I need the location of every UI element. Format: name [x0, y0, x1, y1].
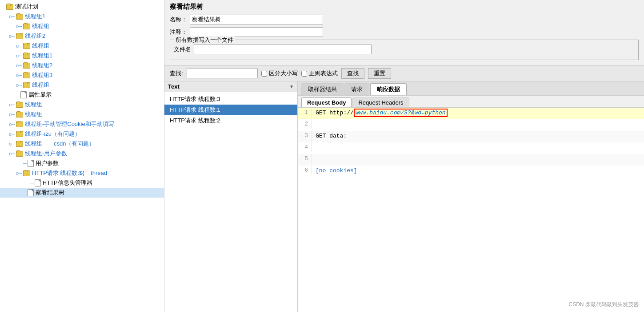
- tree-label: 线程组3: [32, 71, 52, 79]
- file-icon: [28, 189, 34, 196]
- folder-icon: [23, 82, 30, 88]
- tree-label: HTTP请求 线程数:${__thread: [32, 169, 107, 177]
- reset-button[interactable]: 重置: [368, 68, 391, 79]
- tree-label: 线程组1: [32, 52, 52, 60]
- tree-item-tg-cookie[interactable]: o─ 线程组-手动管理Cookie和手动填写: [0, 119, 164, 129]
- tree-item-t3g3[interactable]: o─ 线程组3: [0, 70, 164, 80]
- code-line-4: 4: [298, 142, 644, 154]
- folder-icon: [16, 33, 23, 39]
- tab-request[interactable]: 请求: [344, 83, 369, 95]
- folder-icon: [23, 62, 30, 69]
- line-number: 6: [298, 166, 312, 175]
- line-number: 2: [298, 119, 312, 129]
- no-cookies-text: [no cookies]: [316, 167, 357, 174]
- sub-tab-request-body[interactable]: Request Body: [301, 97, 352, 107]
- tree-item-attr[interactable]: ─ 属性显示: [0, 90, 164, 100]
- url-box: www.baidu.com/S?&wd=python: [354, 109, 448, 117]
- search-input[interactable]: [187, 69, 258, 78]
- tree-item-view-result[interactable]: ─ 察看结果树: [0, 188, 164, 198]
- regex-checkbox[interactable]: [301, 71, 307, 77]
- tree-label: 线程组: [32, 81, 49, 89]
- folder-icon: [23, 53, 30, 59]
- result-item-1[interactable]: HTTP请求 线程数:3: [164, 94, 297, 105]
- folder-icon: [23, 43, 30, 49]
- tree-item-http-thread[interactable]: o─ HTTP请求 线程数:${__thread: [0, 168, 164, 178]
- tree-item-user-param[interactable]: ─ 用户参数: [0, 158, 164, 168]
- tree-item-root[interactable]: ─ 测试计划: [0, 2, 164, 12]
- tree-label: 线程组2: [32, 61, 52, 69]
- section-title: 所有数据写入一个文件: [174, 36, 235, 44]
- name-input[interactable]: [190, 15, 323, 24]
- tree-item-tg-csdn[interactable]: o─ 线程组——csdn（有问题）: [0, 139, 164, 149]
- watermark: CSDN @敲代码敲到头发茂密: [568, 301, 639, 308]
- folder-icon: [23, 170, 30, 176]
- tree-label: HTTP信息头管理器: [43, 179, 92, 187]
- result-list-title: Text: [168, 83, 289, 90]
- tree-item-t2g1[interactable]: o─ 线程组: [0, 41, 164, 51]
- code-line-1: 1 GET http://www.baidu.com/S?&wd=python: [298, 108, 644, 119]
- folder-icon: [16, 150, 23, 157]
- name-label: 名称：: [170, 16, 187, 24]
- tree-item-t3g4[interactable]: o─ 线程组: [0, 80, 164, 90]
- connector: ─: [2, 4, 5, 9]
- tree-item-t3g1[interactable]: o─ 线程组1: [0, 51, 164, 61]
- panel-title: 察看结果树: [170, 3, 639, 11]
- tree-label: 线程组-izu（有问题）: [25, 130, 80, 138]
- line-content: [312, 142, 644, 153]
- tab-sampler[interactable]: 取样器结果: [301, 83, 344, 95]
- tree-item-t3g2[interactable]: o─ 线程组2: [0, 61, 164, 70]
- tree-item-tg6[interactable]: o─ 线程组: [0, 109, 164, 119]
- line-content: [no cookies]: [312, 166, 644, 176]
- filename-label: 文件名: [174, 45, 191, 53]
- tree-item-tg-izu[interactable]: o─ 线程组-izu（有问题）: [0, 129, 164, 139]
- case-sensitive-group: 区分大小写: [261, 69, 298, 77]
- tree-item-tg5[interactable]: o─ 线程组: [0, 100, 164, 109]
- tree-label: 察看结果树: [36, 189, 64, 197]
- folder-icon: [6, 4, 13, 10]
- code-line-3: 3 GET data:: [298, 131, 644, 142]
- tree-label: 线程组1: [25, 12, 45, 20]
- comment-input[interactable]: [190, 27, 323, 37]
- tree-item-t1g1[interactable]: o─ 线程组: [0, 21, 164, 31]
- sub-tab-request-headers[interactable]: Request Headers: [352, 97, 409, 107]
- find-button[interactable]: 查找: [341, 68, 364, 79]
- comment-row: 注释：: [170, 27, 639, 37]
- url-link[interactable]: www.baidu.com/S?&wd=python: [356, 109, 446, 116]
- detail-panel: 取样器结果 请求 响应数据 Request Body Request Heade…: [298, 81, 644, 312]
- filename-input[interactable]: [194, 45, 372, 54]
- tree-label: 线程组-手动管理Cookie和手动填写: [25, 120, 114, 128]
- tree-label: 线程组: [25, 110, 42, 118]
- line-number: 4: [298, 142, 312, 152]
- tree-item-t2[interactable]: o─ 线程组2: [0, 31, 164, 41]
- tree-item-http-head[interactable]: ─ HTTP信息头管理器: [0, 178, 164, 188]
- tabs-row: 取样器结果 请求 响应数据: [298, 81, 644, 96]
- line-number: 1: [298, 108, 312, 118]
- result-item-3[interactable]: HTTP请求 线程数:2: [164, 115, 297, 126]
- folder-icon: [16, 121, 23, 127]
- tree-label: 线程组——csdn（有问题）: [25, 140, 95, 148]
- dropdown-arrow-icon[interactable]: ▼: [289, 84, 294, 89]
- tree-label: 线程组-用户参数: [25, 150, 67, 158]
- line-number: 3: [298, 131, 312, 141]
- file-icon: [20, 91, 27, 98]
- code-line-5: 5: [298, 154, 644, 166]
- tab-response[interactable]: 响应数据: [370, 83, 407, 95]
- regex-label: 正则表达式: [309, 69, 338, 77]
- line-content: [312, 154, 644, 164]
- code-line-6: 6 [no cookies]: [298, 166, 644, 177]
- tree-label: 线程组: [25, 101, 42, 109]
- folder-icon: [16, 101, 23, 108]
- result-item-2[interactable]: HTTP请求 线程数:1: [164, 105, 297, 115]
- comment-label: 注释：: [170, 28, 187, 36]
- tree-label: 属性显示: [28, 91, 52, 99]
- folder-icon: [23, 72, 30, 78]
- case-sensitive-checkbox[interactable]: [261, 71, 267, 77]
- tree-item-tg-user[interactable]: o─ 线程组-用户参数: [0, 149, 164, 158]
- left-tree-panel: ─ 测试计划 o─ 线程组1 o─ 线程组 o─ 线程组2 o─ 线程组 o─ …: [0, 0, 164, 312]
- tree-item-t1[interactable]: o─ 线程组1: [0, 12, 164, 21]
- name-row: 名称：: [170, 15, 639, 24]
- file-section: 所有数据写入一个文件 文件名: [170, 40, 639, 60]
- folder-icon: [16, 141, 23, 147]
- code-line-2: 2: [298, 119, 644, 131]
- result-list-header: Text ▼: [164, 81, 297, 92]
